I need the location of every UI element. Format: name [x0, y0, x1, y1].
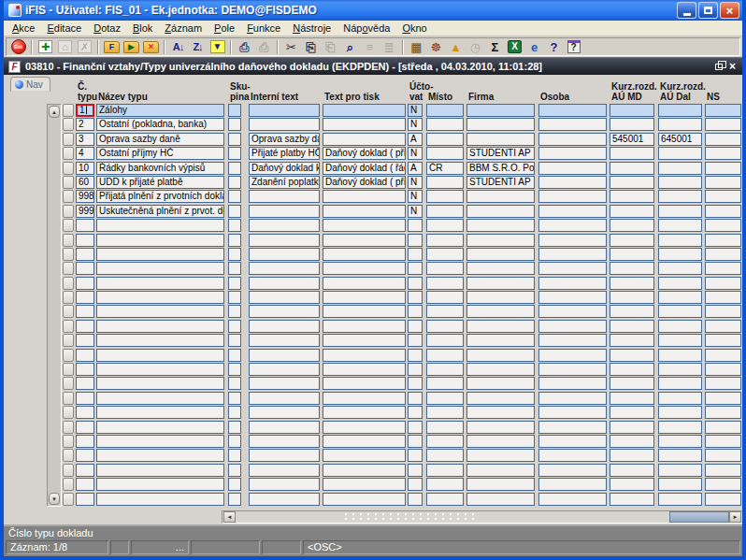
grid-cell-skupina[interactable]: [228, 234, 241, 247]
grid-cell-typ[interactable]: [76, 320, 94, 333]
grid-cell-typ[interactable]: [76, 291, 94, 304]
grid-cell-firma[interactable]: [466, 392, 535, 405]
grid-cell-au_md[interactable]: [610, 320, 654, 333]
row-selector[interactable]: [63, 305, 74, 318]
grid-cell-au_dal[interactable]: [658, 363, 702, 376]
grid-cell-ns[interactable]: [705, 277, 741, 290]
grid-cell-ns[interactable]: [705, 421, 741, 434]
grid-cell-skupina[interactable]: [228, 277, 241, 290]
grid-cell-firma[interactable]: STUDENTI AP: [466, 147, 535, 160]
grid-cell-au_md[interactable]: [610, 334, 654, 347]
grid-cell-firma[interactable]: [466, 363, 535, 376]
row-selector[interactable]: [63, 392, 74, 405]
grid-cell-osoba[interactable]: [538, 104, 607, 117]
grid-cell-interni[interactable]: [249, 277, 320, 290]
grid-cell-skupina[interactable]: [228, 118, 241, 131]
grid-cell-ns[interactable]: [705, 377, 741, 390]
menu-akce[interactable]: Akce: [7, 22, 42, 35]
grid-cell-osoba[interactable]: [538, 176, 607, 189]
grid-cell-text_tisk[interactable]: [323, 234, 406, 247]
form-close-icon[interactable]: ×: [729, 61, 736, 72]
grid-cell-osoba[interactable]: [538, 162, 607, 175]
scroll-left-button[interactable]: ◄: [223, 511, 236, 523]
grid-cell-uctovat[interactable]: A: [408, 133, 423, 146]
grid-cell-nazev[interactable]: Zálohy: [96, 104, 224, 117]
grid-cell-text_tisk[interactable]: [323, 320, 406, 333]
grid-cell-au_dal[interactable]: [658, 118, 702, 131]
grid-cell-ns[interactable]: [705, 190, 741, 203]
grid-cell-au_md[interactable]: [610, 305, 654, 318]
horizontal-scroll-thumb[interactable]: [669, 511, 729, 523]
grid-cell-interni[interactable]: [249, 377, 320, 390]
grid-cell-au_dal[interactable]: [658, 190, 702, 203]
grid-cell-interni[interactable]: [249, 104, 320, 117]
grid-cell-text_tisk[interactable]: [323, 406, 406, 419]
grid-cell-au_dal[interactable]: [658, 291, 702, 304]
grid-cell-au_md[interactable]: [610, 421, 654, 434]
menu-funkce[interactable]: Funkce: [242, 22, 288, 35]
grid-cell-osoba[interactable]: [538, 133, 607, 146]
grid-cell-firma[interactable]: [466, 248, 535, 261]
grid-cell-ns[interactable]: [705, 478, 741, 491]
grid-cell-skupina[interactable]: [228, 464, 241, 477]
grid-cell-au_md[interactable]: [610, 205, 654, 218]
grid-cell-skupina[interactable]: [228, 363, 241, 376]
grid-cell-interni[interactable]: [249, 392, 320, 405]
grid-cell-uctovat[interactable]: [408, 334, 423, 347]
grid-cell-ns[interactable]: [705, 464, 741, 477]
grid-cell-firma[interactable]: [466, 493, 535, 506]
execute-query-icon[interactable]: ▶: [122, 38, 141, 56]
grid-cell-skupina[interactable]: [228, 190, 241, 203]
grid-cell-text_tisk[interactable]: Daňový doklad ( přijatý: [323, 176, 406, 189]
grid-cell-osoba[interactable]: [538, 305, 607, 318]
grid-cell-osoba[interactable]: [538, 435, 607, 448]
grid-cell-nazev[interactable]: [96, 435, 224, 448]
row-selector[interactable]: [63, 334, 74, 347]
grid-cell-au_md[interactable]: [610, 377, 654, 390]
grid-cell-misto[interactable]: [426, 147, 464, 160]
grid-cell-au_md[interactable]: [610, 277, 654, 290]
grid-cell-skupina[interactable]: [228, 406, 241, 419]
grid-cell-nazev[interactable]: Řádky bankovních výpisů: [96, 162, 224, 175]
grid-cell-text_tisk[interactable]: [323, 118, 406, 131]
grid-cell-nazev[interactable]: [96, 248, 224, 261]
grid-cell-ns[interactable]: [705, 305, 741, 318]
grid-cell-firma[interactable]: [466, 291, 535, 304]
grid-cell-interni[interactable]: [249, 363, 320, 376]
grid-cell-interni[interactable]: [249, 449, 320, 462]
grid-cell-firma[interactable]: [466, 377, 535, 390]
grid-cell-misto[interactable]: [426, 104, 464, 117]
grid-cell-au_dal[interactable]: [658, 421, 702, 434]
grid-cell-nazev[interactable]: [96, 234, 224, 247]
grid-cell-osoba[interactable]: [538, 147, 607, 160]
nav-tab[interactable]: Nav: [10, 77, 50, 92]
grid-cell-uctovat[interactable]: [408, 392, 423, 405]
menu-okno[interactable]: Okno: [397, 22, 434, 35]
grid-cell-misto[interactable]: [426, 363, 464, 376]
grid-cell-ns[interactable]: [705, 176, 741, 189]
grid-cell-uctovat[interactable]: N: [408, 205, 423, 218]
grid-cell-osoba[interactable]: [538, 219, 607, 232]
grid-cell-interni[interactable]: Zdanění poplatků, p: [249, 176, 320, 189]
grid-cell-text_tisk[interactable]: [323, 349, 406, 362]
grid-cell-misto[interactable]: [426, 320, 464, 333]
grid-cell-au_md[interactable]: [610, 493, 654, 506]
grid-cell-nazev[interactable]: [96, 493, 224, 506]
grid-cell-interni[interactable]: [249, 349, 320, 362]
grid-cell-osoba[interactable]: [538, 291, 607, 304]
grid-cell-ns[interactable]: [705, 234, 741, 247]
grid-cell-interni[interactable]: [249, 435, 320, 448]
row-selector[interactable]: [63, 277, 74, 290]
grid-cell-interni[interactable]: [249, 421, 320, 434]
grid-cell-osoba[interactable]: [538, 205, 607, 218]
grid-cell-text_tisk[interactable]: Daňový doklad ( řádku: [323, 162, 406, 175]
grid-cell-au_dal[interactable]: [658, 248, 702, 261]
grid-cell-typ[interactable]: 60: [76, 176, 94, 189]
grid-cell-osoba[interactable]: [538, 493, 607, 506]
context-help-icon[interactable]: ?: [564, 38, 583, 56]
grid-cell-skupina[interactable]: [228, 421, 241, 434]
grid-cell-typ[interactable]: 998: [76, 190, 94, 203]
menu-pole[interactable]: Pole: [209, 22, 242, 35]
grid-cell-firma[interactable]: [466, 262, 535, 275]
grid-cell-nazev[interactable]: [96, 349, 224, 362]
